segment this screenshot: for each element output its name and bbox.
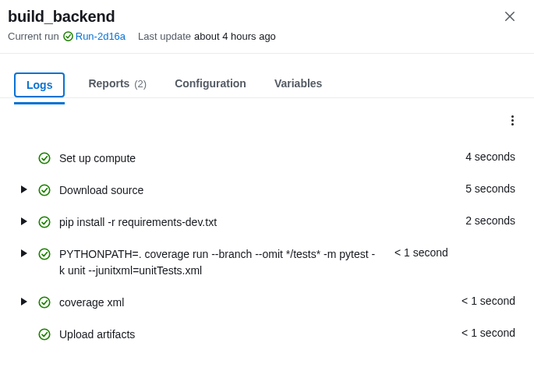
svg-point-3 [39,153,50,164]
log-row: pip install -r requirements-dev.txt 2 se… [16,207,518,238]
log-command: Upload artifacts [59,327,454,343]
expand-toggle[interactable] [20,249,28,258]
log-row: Download source 5 seconds [16,175,518,207]
svg-point-5 [39,185,50,196]
log-row: PYTHONPATH=. coverage run --branch --omi… [16,238,518,287]
svg-marker-8 [21,249,27,257]
caret-right-icon [20,185,28,194]
log-command: PYTHONPATH=. coverage run --branch --omi… [59,246,387,279]
tab-logs[interactable]: Logs [14,72,65,97]
success-icon [37,327,51,341]
success-icon [37,151,51,165]
svg-point-9 [39,249,50,260]
tab-reports[interactable]: Reports (2) [83,71,151,97]
page-title: build_backend [8,8,115,26]
expand-col [19,214,30,226]
success-icon [37,295,51,309]
log-list: Set up compute 4 seconds Download source… [16,143,518,351]
success-icon [37,183,51,197]
log-row: coverage xml < 1 second [16,287,518,319]
expand-col [19,327,30,329]
status-col [37,150,51,165]
log-command: pip install -r requirements-dev.txt [59,214,458,231]
status-col [37,246,51,261]
close-button[interactable] [501,8,518,25]
status-col [37,327,51,341]
status-col [37,295,51,309]
tab-variables[interactable]: Variables [270,71,327,97]
svg-marker-6 [21,217,27,225]
header: build_backend Current run Run-2d16a Last… [0,0,534,54]
last-update-label: Last update [138,30,191,42]
expand-col [19,246,30,258]
expand-toggle[interactable] [20,185,28,194]
svg-marker-4 [21,185,27,193]
log-duration: 5 seconds [465,182,515,195]
success-icon [37,247,51,261]
tab-reports-label: Reports [88,77,129,90]
log-command: Set up compute [59,150,458,167]
log-duration: < 1 second [462,327,515,339]
svg-point-12 [39,329,50,340]
last-update-value: about 4 hours ago [194,30,276,42]
svg-point-11 [39,297,50,308]
more-actions-button[interactable] [507,112,518,129]
tabs: Logs Reports (2) Configuration Variables [0,54,534,98]
expand-toggle[interactable] [20,297,28,306]
caret-right-icon [20,217,28,226]
run-id: Run-2d16a [76,30,126,42]
log-row: Set up compute 4 seconds [16,143,518,175]
run-link[interactable]: Run-2d16a [62,30,126,42]
svg-marker-10 [21,298,27,305]
success-icon [62,30,74,42]
status-col [37,214,51,229]
caret-right-icon [20,249,28,258]
expand-col [19,182,30,194]
svg-point-2 [64,32,72,41]
caret-right-icon [20,297,28,306]
tab-configuration[interactable]: Configuration [170,71,251,97]
expand-col [19,295,30,306]
meta-row: Current run Run-2d16a Last update about … [8,30,518,42]
success-icon [37,215,51,229]
actions-row [16,108,518,143]
content: Set up compute 4 seconds Download source… [0,98,534,351]
log-duration: < 1 second [394,246,448,259]
log-duration: 2 seconds [465,214,515,227]
log-row: Upload artifacts < 1 second [16,319,518,351]
expand-col [19,150,30,153]
log-duration: 4 seconds [465,150,515,163]
tab-reports-count: (2) [134,78,147,90]
log-duration: < 1 second [462,295,515,307]
log-command: Download source [59,182,458,199]
svg-point-7 [39,217,50,228]
status-col [37,182,51,197]
current-run-label: Current run [8,30,59,42]
close-icon [503,9,517,23]
log-command: coverage xml [59,295,454,311]
title-row: build_backend [8,8,518,26]
expand-toggle[interactable] [20,217,28,226]
